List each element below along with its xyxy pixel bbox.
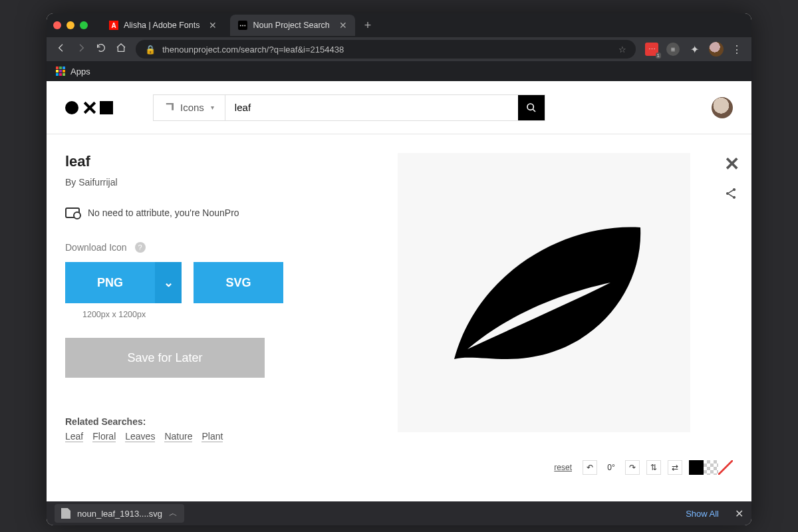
icons-icon <box>164 103 174 112</box>
related-tag[interactable]: Nature <box>164 431 192 442</box>
related-tag[interactable]: Leaf <box>65 431 83 442</box>
related-tag[interactable]: Plant <box>201 431 223 442</box>
leaf-icon <box>444 219 644 366</box>
nounproject-logo[interactable] <box>65 101 113 114</box>
search-type-dropdown[interactable]: Icons ▾ <box>154 95 225 120</box>
search-input[interactable] <box>225 95 518 120</box>
svg-point-0 <box>527 104 533 110</box>
download-filename: noun_leaf_1913....svg <box>77 509 162 519</box>
download-png-button[interactable]: PNG <box>65 262 155 303</box>
png-size-dropdown[interactable]: ⌄ <box>155 262 182 303</box>
search-button[interactable] <box>518 95 545 120</box>
close-downloads-bar[interactable]: ✕ <box>735 507 743 520</box>
extension-icon[interactable]: ≡ <box>666 43 680 56</box>
reload-button[interactable] <box>96 43 106 56</box>
extensions-icon[interactable]: ✦ <box>688 43 701 56</box>
window-controls[interactable] <box>53 21 88 29</box>
apps-label[interactable]: Apps <box>70 66 90 76</box>
chevron-down-icon: ⌄ <box>164 275 174 290</box>
home-button[interactable] <box>116 43 126 56</box>
attribution-text: No need to attribute, you're NounPro <box>88 207 239 218</box>
color-swatch-transparent[interactable] <box>704 460 718 475</box>
help-icon[interactable]: ? <box>135 242 146 253</box>
png-size-label: 1200px x 1200px <box>82 310 371 319</box>
show-all-downloads[interactable]: Show All <box>686 509 719 519</box>
undo-button[interactable]: ↶ <box>583 460 597 475</box>
tab-adobe-fonts[interactable]: A Alisha | Adobe Fonts ✕ <box>101 15 225 36</box>
download-label: Download Icon <box>65 242 127 253</box>
chevron-up-icon[interactable]: ︿ <box>169 507 178 519</box>
share-button[interactable] <box>724 187 739 203</box>
chrome-menu-icon[interactable]: ⋮ <box>732 43 742 56</box>
user-avatar[interactable] <box>712 97 733 118</box>
nounproject-icon: ⋯ <box>238 21 247 30</box>
apps-icon[interactable] <box>56 66 65 76</box>
download-chip[interactable]: noun_leaf_1913....svg ︿ <box>55 504 184 523</box>
flip-horizontal-button[interactable]: ⇄ <box>668 460 682 475</box>
flip-vertical-button[interactable]: ⇅ <box>646 460 661 475</box>
adobe-icon: A <box>109 21 118 30</box>
lock-icon: 🔒 <box>145 45 156 55</box>
rotation-value: 0° <box>604 460 618 475</box>
save-for-later-button[interactable]: Save for Later <box>65 338 265 378</box>
tab-label: Noun Project Search <box>253 21 329 30</box>
file-icon <box>61 508 70 519</box>
related-heading: Related Searches: <box>65 416 371 427</box>
download-svg-button[interactable]: SVG <box>194 262 283 303</box>
back-button[interactable] <box>56 43 66 56</box>
related-tag[interactable]: Floral <box>92 431 116 442</box>
new-tab-button[interactable]: + <box>360 19 376 33</box>
close-icon[interactable]: ✕ <box>209 20 217 31</box>
dropdown-label: Icons <box>180 102 204 113</box>
extension-icon[interactable]: ⋯1 <box>645 43 658 56</box>
reset-button[interactable]: reset <box>554 463 572 472</box>
svg-line-1 <box>533 109 535 112</box>
star-icon[interactable]: ☆ <box>618 45 626 55</box>
search-icon <box>526 102 537 113</box>
url-text: thenounproject.com/search/?q=leaf&i=2154… <box>162 45 344 55</box>
close-detail-button[interactable]: ✕ <box>724 153 739 175</box>
icon-author[interactable]: By Saifurrijal <box>65 177 371 188</box>
redo-button[interactable]: ↷ <box>625 460 640 475</box>
close-icon[interactable]: ✕ <box>339 20 347 31</box>
download-png-group: PNG ⌄ <box>65 262 182 303</box>
chevron-down-icon: ▾ <box>211 104 214 111</box>
nounpro-icon <box>65 207 80 218</box>
icon-preview <box>398 153 690 432</box>
forward-button[interactable] <box>76 43 86 56</box>
address-bar[interactable]: 🔒 thenounproject.com/search/?q=leaf&i=21… <box>136 40 636 59</box>
color-swatch-black[interactable] <box>689 460 704 475</box>
tab-label: Alisha | Adobe Fonts <box>124 21 200 30</box>
related-tag[interactable]: Leaves <box>125 431 155 442</box>
color-swatch-none[interactable] <box>718 460 733 475</box>
profile-avatar[interactable] <box>709 42 724 57</box>
tab-noun-project[interactable]: ⋯ Noun Project Search ✕ <box>230 15 354 36</box>
icon-title: leaf <box>65 153 371 170</box>
